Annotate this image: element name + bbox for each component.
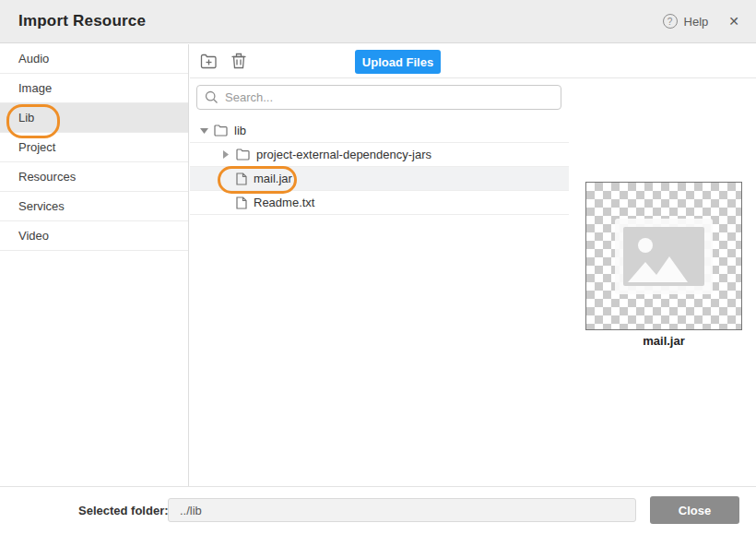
sidebar-item-label: Image bbox=[18, 81, 52, 95]
sidebar-item-image[interactable]: Image bbox=[0, 74, 188, 103]
close-icon[interactable]: ✕ bbox=[728, 14, 739, 29]
file-icon bbox=[236, 196, 247, 209]
header-actions: ? Help ✕ bbox=[663, 14, 739, 29]
sidebar-item-label: Audio bbox=[18, 52, 49, 65]
search-box bbox=[196, 85, 561, 110]
sidebar-item-label: Resources bbox=[18, 170, 76, 184]
file-tree: lib project-external-dependency-jars ma bbox=[190, 119, 569, 215]
trash-icon bbox=[231, 53, 246, 69]
sidebar-item-lib[interactable]: Lib bbox=[0, 103, 188, 133]
tree-row-readme-txt[interactable]: Readme.txt bbox=[190, 191, 569, 215]
folder-icon bbox=[236, 149, 250, 160]
tree-label: Readme.txt bbox=[254, 196, 314, 209]
sidebar-item-services[interactable]: Services bbox=[0, 192, 188, 221]
preview-file-name: mail.jar bbox=[585, 334, 742, 348]
caret-down-icon[interactable] bbox=[198, 128, 209, 134]
search-icon bbox=[205, 90, 219, 104]
page-title: Import Resource bbox=[18, 12, 146, 30]
selected-folder-input[interactable] bbox=[168, 498, 636, 522]
file-toolbar: Upload Files bbox=[190, 44, 756, 78]
tree-label: project-external-dependency-jars bbox=[256, 148, 431, 161]
sidebar-item-label: Lib bbox=[18, 111, 34, 125]
sidebar-item-project[interactable]: Project bbox=[0, 133, 188, 162]
sidebar-item-label: Services bbox=[18, 199, 65, 213]
tree-row-mail-jar[interactable]: mail.jar bbox=[190, 167, 569, 191]
help-icon: ? bbox=[663, 14, 678, 29]
caret-right-icon[interactable] bbox=[220, 150, 231, 159]
close-button[interactable]: Close bbox=[650, 496, 739, 524]
file-preview bbox=[585, 182, 742, 330]
folder-icon bbox=[214, 125, 228, 137]
dialog-footer: Selected folder: Close bbox=[0, 486, 756, 535]
tree-row-project-external-dependency-jars[interactable]: project-external-dependency-jars bbox=[190, 143, 569, 167]
upload-files-button[interactable]: Upload Files bbox=[355, 50, 441, 74]
tree-label: mail.jar bbox=[254, 172, 292, 185]
help-button[interactable]: ? Help bbox=[663, 14, 709, 29]
sidebar-item-resources[interactable]: Resources bbox=[0, 162, 188, 192]
image-placeholder-icon bbox=[623, 227, 704, 286]
import-resource-dialog: Import Resource ? Help ✕ Audio Image Lib… bbox=[0, 0, 756, 535]
sidebar-item-label: Video bbox=[18, 229, 49, 243]
help-label: Help bbox=[684, 15, 709, 29]
new-folder-icon bbox=[200, 54, 218, 69]
tree-row-lib[interactable]: lib bbox=[190, 119, 569, 143]
sidebar-item-video[interactable]: Video bbox=[0, 221, 188, 251]
sidebar-item-label: Project bbox=[18, 140, 55, 154]
category-sidebar: Audio Image Lib Project Resources Servic… bbox=[0, 44, 189, 486]
file-icon bbox=[236, 172, 247, 185]
new-folder-button[interactable] bbox=[196, 49, 220, 73]
dialog-header: Import Resource ? Help ✕ bbox=[0, 0, 756, 43]
delete-button[interactable] bbox=[227, 49, 251, 73]
selected-folder-label: Selected folder: bbox=[78, 504, 169, 517]
image-placeholder bbox=[615, 219, 713, 294]
search-input[interactable] bbox=[196, 85, 561, 110]
sidebar-item-audio[interactable]: Audio bbox=[0, 44, 188, 74]
tree-label: lib bbox=[234, 124, 246, 137]
